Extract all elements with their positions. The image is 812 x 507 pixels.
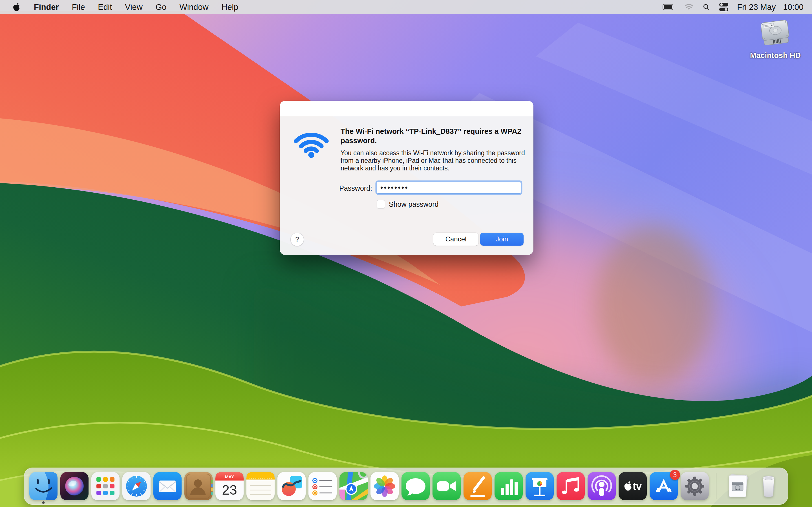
dock-item-launchpad[interactable] (91, 472, 119, 500)
svg-text:MAY: MAY (225, 474, 234, 479)
password-label: Password: (291, 184, 372, 192)
desktop: FinderFileEditViewGoWindowHelp Fri 23 Ma… (0, 0, 812, 507)
control-center-icon[interactable] (714, 3, 733, 11)
menu-item-finder[interactable]: Finder (28, 0, 65, 14)
svg-text:tv: tv (633, 481, 642, 492)
svg-text:23: 23 (222, 483, 237, 497)
pages-icon (463, 472, 492, 500)
help-button[interactable]: ? (290, 233, 304, 246)
dock-item-calendar[interactable]: MAY23 (215, 472, 244, 500)
apple-tv-icon: tv (619, 472, 647, 500)
dock-item-podcasts[interactable] (588, 472, 616, 500)
cancel-button[interactable]: Cancel (434, 233, 478, 245)
dock-item-freeform[interactable] (277, 472, 306, 500)
dock-item-maps[interactable] (340, 472, 368, 500)
dialog-title: The Wi-Fi network “TP-Link_D837” require… (341, 127, 527, 145)
numbers-icon (495, 472, 523, 500)
menu-bar-right: Fri 23 May 10:00 (658, 0, 812, 14)
wifi-password-dialog: The Wi-Fi network “TP-Link_D837” require… (280, 101, 534, 255)
wifi-icon (293, 128, 330, 159)
hard-drive-icon (758, 17, 793, 51)
mail-icon (153, 472, 182, 500)
notification-badge: 3 (670, 470, 680, 480)
keynote-icon (525, 472, 554, 500)
dock-item-notes[interactable] (246, 472, 274, 500)
dialog-body-text: You can also access this Wi-Fi network b… (341, 149, 530, 172)
contacts-icon (185, 472, 213, 500)
dialog-titlebar[interactable] (280, 101, 534, 116)
dock-separator (716, 473, 716, 499)
dock-item-music[interactable] (557, 472, 585, 500)
running-indicator (42, 501, 45, 504)
dock-item-safari[interactable] (122, 472, 151, 500)
show-password-checkbox[interactable] (377, 200, 385, 209)
menu-bar-clock[interactable]: Fri 23 May 10:00 (733, 3, 812, 12)
dock-item-trash[interactable] (755, 472, 783, 500)
wifi-icon[interactable] (680, 4, 698, 10)
menu-item-help[interactable]: Help (215, 0, 245, 14)
dock-item-mail[interactable] (153, 472, 182, 500)
clock-date: Fri 23 May (737, 3, 776, 12)
siri-icon (60, 472, 89, 500)
password-input[interactable] (377, 182, 521, 193)
maps-icon (340, 472, 368, 500)
launchpad-icon (91, 472, 119, 500)
dock-item-numbers[interactable] (495, 472, 523, 500)
dock-item-photos[interactable] (370, 472, 399, 500)
dock-item-pages[interactable] (463, 472, 492, 500)
menu-bar-left: FinderFileEditViewGoWindowHelp (0, 0, 245, 14)
freeform-icon (277, 472, 306, 500)
desktop-icon-macintosh-hd[interactable]: Macintosh HD (750, 17, 801, 60)
dock-item-keynote[interactable] (525, 472, 554, 500)
dock-item-contacts[interactable] (185, 472, 213, 500)
trash-icon (755, 472, 783, 500)
documents-stack-icon (723, 472, 752, 500)
menu-item-window[interactable]: Window (173, 0, 215, 14)
dock-item-tv[interactable]: tv (619, 472, 647, 500)
desktop-icon-label: Macintosh HD (750, 51, 801, 60)
dock-item-reminders[interactable] (308, 472, 337, 500)
join-button[interactable]: Join (480, 233, 523, 245)
system-settings-gear-icon (680, 472, 709, 500)
reminders-icon (308, 472, 337, 500)
finder-icon (29, 472, 57, 500)
show-password-label: Show password (389, 200, 439, 209)
menu-item-view[interactable]: View (118, 0, 149, 14)
menu-item-file[interactable]: File (65, 0, 92, 14)
dock: MAY23tv3 (24, 467, 788, 505)
show-password-row: Show password (377, 200, 439, 209)
menu-item-go[interactable]: Go (149, 0, 173, 14)
question-mark-icon: ? (295, 235, 299, 244)
calendar-icon: MAY23 (215, 472, 244, 500)
dock-item-facetime[interactable] (433, 472, 461, 500)
podcasts-icon (588, 472, 616, 500)
dock-item-messages[interactable] (402, 472, 430, 500)
spotlight-search-icon[interactable] (698, 4, 714, 10)
safari-icon (122, 472, 151, 500)
apple-logo-icon[interactable] (0, 2, 28, 12)
menu-item-edit[interactable]: Edit (91, 0, 118, 14)
menu-bar: FinderFileEditViewGoWindowHelp Fri 23 Ma… (0, 0, 812, 14)
photos-icon (370, 472, 399, 500)
notes-icon (246, 472, 274, 500)
battery-icon[interactable] (658, 4, 680, 10)
dock-item-appstore[interactable]: 3 (650, 472, 678, 500)
messages-icon (402, 472, 430, 500)
dock-item-settings[interactable] (680, 472, 709, 500)
clock-time: 10:00 (783, 3, 804, 12)
dock-item-siri[interactable] (60, 472, 89, 500)
facetime-icon (433, 472, 461, 500)
dock-item-stack[interactable] (723, 472, 752, 500)
dock-item-finder[interactable] (29, 472, 57, 500)
music-icon (557, 472, 585, 500)
